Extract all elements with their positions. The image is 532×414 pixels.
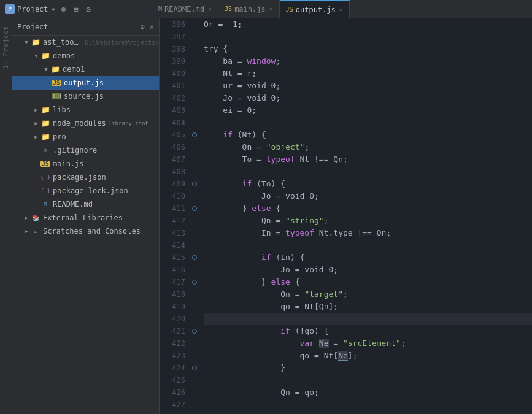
arrow-scratches: ▶: [22, 228, 31, 234]
line-numbers: 3963973983994004014024034044054064074084…: [160, 18, 190, 414]
title-bar: P Project ▾ ⊕ ≡ ⚙ — M README.md ✕ JS mai…: [0, 0, 532, 18]
tree-item-scratches[interactable]: ▶ ✏ Scratches and Consoles: [12, 224, 159, 238]
mainjs-icon: JS: [40, 161, 50, 167]
tab-readme[interactable]: M README.md ✕: [152, 0, 218, 18]
tree-item-libs[interactable]: ▶ 📁 libs: [12, 103, 159, 117]
demo1-label: demo1: [63, 65, 85, 74]
main-content: 1: Project Project ⚙ ✕ ▼ 📁 ast_tools D:\…: [0, 18, 532, 414]
tree-item-packagelockjson[interactable]: { } package-lock.json: [12, 184, 159, 197]
ast_tools-path: D:\WebstormProjects\: [85, 39, 159, 46]
packagejson-label: package.json: [53, 173, 106, 182]
tree-item-readmemd[interactable]: M README.md: [12, 197, 159, 211]
sidebar-strip-label: 1: Project: [2, 26, 9, 69]
pro-icon: 📁: [40, 132, 50, 141]
pro-label: pro: [53, 132, 66, 141]
arrow-libs: ▶: [32, 107, 40, 113]
gitignore-icon: ⚙: [40, 147, 50, 153]
tab-mainjs[interactable]: JS main.js ✕: [218, 0, 280, 18]
gutter: [190, 18, 199, 414]
libs-icon: 📁: [40, 105, 50, 114]
project-dropdown-icon[interactable]: ▾: [51, 4, 56, 14]
packagejson-icon: { }: [40, 174, 50, 180]
minimize-icon[interactable]: —: [98, 4, 103, 14]
demo1-folder-icon: 📁: [50, 65, 60, 74]
mainjs-tab-close[interactable]: ✕: [269, 6, 273, 12]
title-bar-controls: ⊕ ≡ ⚙ —: [61, 4, 104, 14]
tree-item-packagejson[interactable]: { } package.json: [12, 171, 159, 184]
tabs-bar: M README.md ✕ JS main.js ✕ JS output.js …: [152, 0, 527, 18]
tab-outputjs[interactable]: JS output.js ✕: [280, 0, 350, 18]
arrow-node_modules: ▶: [32, 120, 40, 126]
tree-item-pro[interactable]: ▶ 📁 pro: [12, 130, 159, 144]
arrow-extlibs: ▶: [22, 215, 31, 221]
readmemd-label: README.md: [53, 200, 93, 209]
folder-icon: 📁: [31, 38, 40, 47]
tree-item-gitignore[interactable]: ⚙ .gitignore: [12, 144, 159, 157]
outputjs-tab-label: output.js: [296, 6, 336, 14]
readmemd-icon: M: [40, 201, 50, 207]
packagelockjson-label: package-lock.json: [53, 186, 128, 195]
arrow-demo1: ▼: [42, 66, 50, 72]
extlibs-label: External Libraries: [43, 213, 123, 222]
arrow-ast_tools: ▼: [22, 39, 31, 45]
tree-ctrl-gear[interactable]: ⚙: [141, 23, 145, 31]
readme-tab-icon: M: [158, 6, 162, 12]
outputjs-tab-icon: JS: [286, 6, 293, 13]
project-label[interactable]: Project: [17, 5, 48, 13]
library-root-badge: library root: [109, 120, 148, 126]
tree-ctrl-close[interactable]: ✕: [150, 23, 154, 31]
sidebar-strip: 1: Project: [0, 18, 12, 414]
tree-item-demos[interactable]: ▼ 📁 demos: [12, 49, 159, 63]
readme-tab-close[interactable]: ✕: [208, 6, 212, 12]
tree-header-title: Project: [17, 23, 48, 31]
tree-item-outputjs[interactable]: JS output.js: [12, 76, 159, 90]
code-container[interactable]: 3963973983994004014024034044054064074084…: [160, 18, 532, 414]
arrow-demos: ▼: [32, 53, 40, 59]
demos-folder-icon: 📁: [40, 52, 50, 60]
mainjs-label: main.js: [53, 159, 84, 168]
arrow-pro: ▶: [32, 134, 40, 140]
editor-area: 3963973983994004014024034044054064074084…: [160, 18, 532, 414]
node_modules-label: node_modules: [53, 119, 106, 128]
outputjs-label: output.js: [64, 79, 104, 87]
tree-item-demo1[interactable]: ▼ 📁 demo1: [12, 63, 159, 76]
sourcejs-icon: 101: [52, 93, 61, 99]
readme-tab-label: README.md: [164, 5, 204, 13]
tree-header: Project ⚙ ✕: [12, 18, 159, 36]
ast_tools-label: ast_tools: [43, 38, 83, 47]
project-icon: P: [5, 4, 15, 14]
outputjs-icon: JS: [52, 80, 61, 86]
scratches-icon: ✏: [31, 228, 40, 235]
outputjs-tab-close[interactable]: ✕: [339, 6, 343, 13]
add-icon[interactable]: ⊕: [61, 4, 66, 14]
node_modules-icon: 📁: [40, 119, 50, 128]
tree-item-ast_tools[interactable]: ▼ 📁 ast_tools D:\WebstormProjects\: [12, 36, 159, 49]
demos-label: demos: [53, 52, 75, 60]
mainjs-tab-icon: JS: [225, 6, 232, 12]
file-tree[interactable]: Project ⚙ ✕ ▼ 📁 ast_tools D:\WebstormPro…: [12, 18, 160, 414]
code-content[interactable]: Or = -1;try { ba = window; Nt = r; ur = …: [199, 18, 532, 414]
layout-icon[interactable]: ≡: [73, 4, 78, 14]
scratches-label: Scratches and Consoles: [43, 227, 141, 236]
tree-item-extlibs[interactable]: ▶ 📚 External Libraries: [12, 211, 159, 224]
tree-item-node_modules[interactable]: ▶ 📁 node_modules library root: [12, 117, 159, 130]
libs-label: libs: [53, 105, 71, 114]
tree-header-controls: ⚙ ✕: [141, 23, 154, 31]
sourcejs-label: source.js: [64, 92, 104, 101]
mainjs-tab-label: main.js: [234, 5, 266, 13]
settings-icon[interactable]: ⚙: [86, 4, 91, 14]
extlibs-icon: 📚: [31, 215, 40, 221]
gitignore-label: .gitignore: [53, 146, 97, 155]
packagelockjson-icon: { }: [40, 188, 50, 194]
title-bar-left: P Project ▾ ⊕ ≡ ⚙ —: [5, 4, 152, 14]
tree-item-sourcejs[interactable]: 101 source.js: [12, 90, 159, 103]
tree-item-mainjs[interactable]: JS main.js: [12, 157, 159, 171]
